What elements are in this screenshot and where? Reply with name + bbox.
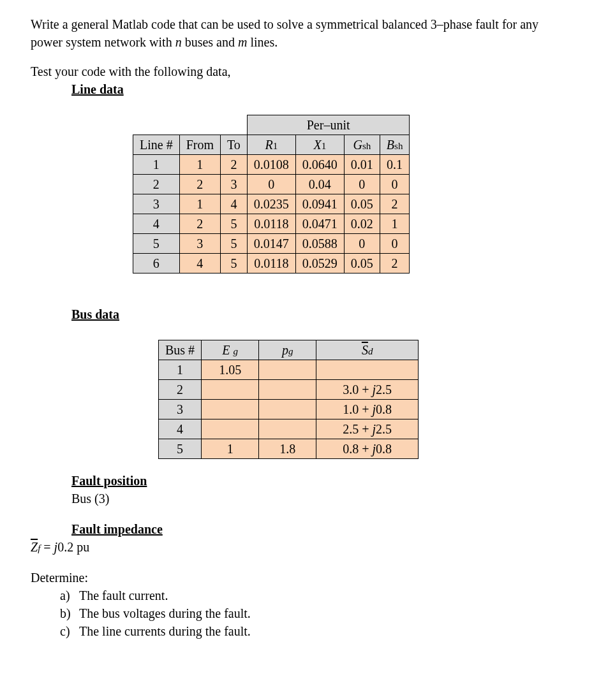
bus-data-table: Bus # E g pg Sd 1 1.05 2 3.0 + j2.5 3 1.… [158, 340, 419, 459]
col-gsh: Gsh [344, 135, 380, 155]
col-r1: R1 [247, 135, 295, 155]
sd-cell [316, 360, 419, 380]
fault-impedance-label: Fault impedance [71, 522, 163, 536]
line-row: 4 2 5 0.0118 0.0471 0.02 1 [133, 214, 410, 234]
question-b: b) The bus voltages during the fault. [60, 604, 570, 622]
line-row: 1 1 2 0.0108 0.0640 0.01 0.1 [133, 155, 410, 175]
bus-row: 2 3.0 + j2.5 [159, 380, 419, 400]
per-unit-header: Per–unit [247, 115, 410, 135]
sd-cell: 2.5 + j2.5 [316, 419, 419, 439]
intro-paragraph-2: Test your code with the following data, [31, 62, 570, 80]
col-from: From [179, 135, 220, 155]
col-to: To [221, 135, 248, 155]
intro-italic-m: m [238, 35, 247, 49]
col-sd: Sd [316, 340, 419, 360]
col-bus-no: Bus # [159, 340, 202, 360]
bus-data-label: Bus data [71, 307, 119, 321]
intro-text-1b: buses and [182, 35, 238, 49]
fault-impedance-heading: Fault impedance [71, 520, 570, 538]
bus-row: 4 2.5 + j2.5 [159, 419, 419, 439]
line-data-table: Per–unit Line # From To R1 X1 Gsh Bsh 1 … [133, 115, 410, 273]
line-data-heading: Line data [71, 80, 570, 98]
intro-text-1c: lines. [247, 35, 278, 49]
question-a: a) The fault current. [60, 587, 570, 604]
line-row: 2 2 3 0 0.04 0 0 [133, 175, 410, 194]
col-eg: E g [202, 340, 259, 360]
bus-row: 1 1.05 [159, 360, 419, 380]
line-table-header-row-2: Line # From To R1 X1 Gsh Bsh [133, 135, 410, 155]
sd-cell: 3.0 + j2.5 [316, 380, 419, 400]
bus-row: 5 1 1.8 0.8 + j0.8 [159, 439, 419, 459]
bus-row: 3 1.0 + j0.8 [159, 400, 419, 419]
determine-heading: Determine: [31, 569, 570, 587]
line-row: 3 1 4 0.0235 0.0941 0.05 2 [133, 194, 410, 214]
sd-cell: 1.0 + j0.8 [316, 400, 419, 419]
col-bsh: Bsh [380, 135, 410, 155]
line-row: 6 4 5 0.0118 0.0529 0.05 2 [133, 254, 410, 273]
col-x1: X1 [295, 135, 344, 155]
bus-data-heading: Bus data [71, 305, 570, 323]
intro-paragraph-1: Write a general Matlab code that can be … [31, 15, 570, 51]
line-data-label: Line data [71, 82, 124, 96]
fault-impedance-equation: Zf = j0.2 pu [31, 538, 570, 556]
bus-table-header-row: Bus # E g pg Sd [159, 340, 419, 360]
fault-position-value: Bus (3) [71, 490, 570, 507]
col-line-no: Line # [133, 135, 180, 155]
sd-cell: 0.8 + j0.8 [316, 439, 419, 459]
intro-text-1a: Write a general Matlab code that can be … [31, 17, 538, 49]
line-row: 5 3 5 0.0147 0.0588 0 0 [133, 234, 410, 254]
line-table-header-row-1: Per–unit [133, 115, 410, 135]
test-code-text: Test your code with the following data, [31, 64, 231, 78]
intro-italic-n: n [175, 35, 182, 49]
questions-list: a) The fault current. b) The bus voltage… [60, 587, 570, 640]
question-c: c) The line currents during the fault. [60, 622, 570, 640]
col-pg: pg [259, 340, 316, 360]
fault-position-label: Fault position [71, 474, 147, 488]
fault-position-heading: Fault position [71, 472, 570, 490]
